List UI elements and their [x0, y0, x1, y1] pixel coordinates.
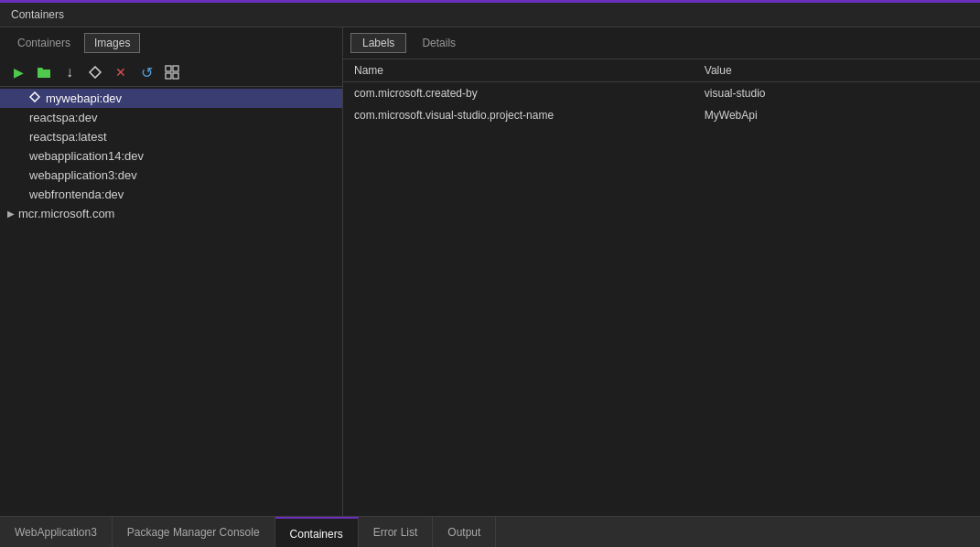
toolbar: ▶ ↓ ✕ ↺	[0, 59, 342, 87]
row-name-project-name: com.microsoft.visual-studio.project-name	[343, 104, 694, 126]
tree-item-label-webapplication3: webapplication3:dev	[29, 168, 137, 182]
tree-item-label-mywebapi: mywebapi:dev	[46, 91, 122, 105]
tree-item-webapplication3-dev[interactable]: webapplication3:dev	[0, 166, 342, 185]
panel-body: Containers Images ▶ ↓ ✕ ↺	[0, 27, 980, 516]
row-name-created-by: com.microsoft.created-by	[343, 82, 694, 105]
chevron-icon-mcr: ▶	[7, 209, 15, 219]
right-tabs-row: Labels Details	[343, 27, 980, 59]
col-header-name: Name	[343, 59, 694, 82]
svg-marker-5	[30, 92, 39, 102]
row-value-created-by: visual-studio	[694, 82, 980, 105]
tree-item-webfrontenda-dev[interactable]: webfrontenda:dev	[0, 185, 342, 204]
tree-item-mywebapi-dev[interactable]: mywebapi:dev	[0, 89, 342, 108]
tree-item-webapplication14-dev[interactable]: webapplication14:dev	[0, 146, 342, 166]
tree-item-mcr-microsoft-com[interactable]: ▶ mcr.microsoft.com	[0, 204, 342, 223]
tree-list: mywebapi:dev reactspa:dev reactspa:lates…	[0, 87, 342, 516]
svg-rect-4	[173, 73, 178, 79]
tree-item-label-reactspa-latest: reactspa:latest	[29, 130, 107, 144]
diamond-icon-mywebapi	[29, 91, 40, 105]
svg-marker-0	[90, 67, 101, 78]
open-folder-button[interactable]	[33, 62, 55, 82]
tag-button[interactable]	[84, 62, 106, 82]
table-body: com.microsoft.created-by visual-studio c…	[343, 82, 980, 127]
bottom-tab-containers[interactable]: Containers	[275, 517, 359, 547]
tree-item-label-reactspa-dev: reactspa:dev	[29, 111, 97, 124]
bottom-tab-package-manager-console[interactable]: Package Manager Console	[113, 517, 275, 547]
run-button[interactable]: ▶	[7, 62, 29, 82]
col-header-value: Value	[694, 59, 980, 82]
delete-button[interactable]: ✕	[110, 62, 132, 82]
tab-images[interactable]: Images	[84, 33, 140, 53]
bottom-tab-output[interactable]: Output	[433, 517, 496, 547]
panel-header: Containers	[0, 3, 980, 27]
tab-containers[interactable]: Containers	[7, 33, 81, 53]
labels-table: Name Value com.microsoft.created-by visu…	[343, 59, 980, 126]
left-panel: Containers Images ▶ ↓ ✕ ↺	[0, 27, 343, 516]
pull-button[interactable]: ↓	[59, 62, 81, 82]
bottom-tab-error-list[interactable]: Error List	[359, 517, 434, 547]
tree-item-label-mcr: mcr.microsoft.com	[18, 207, 114, 220]
table-row[interactable]: com.microsoft.visual-studio.project-name…	[343, 104, 980, 126]
bottom-tab-bar: WebApplication3 Package Manager Console …	[0, 516, 980, 547]
right-tab-details[interactable]: Details	[410, 33, 468, 53]
right-panel: Labels Details Name Value com.microsoft.…	[343, 27, 980, 516]
refresh-button[interactable]: ↺	[135, 62, 157, 82]
bottom-tab-webapplication3[interactable]: WebApplication3	[0, 517, 113, 547]
right-tab-labels[interactable]: Labels	[350, 33, 406, 53]
left-tabs-row: Containers Images	[0, 27, 342, 59]
tree-item-reactspa-dev[interactable]: reactspa:dev	[0, 108, 342, 127]
prune-button[interactable]	[161, 62, 183, 82]
svg-rect-2	[173, 66, 178, 71]
table-header: Name Value	[343, 59, 980, 82]
tree-item-label-webapplication14: webapplication14:dev	[29, 149, 144, 163]
tree-item-reactspa-latest[interactable]: reactspa:latest	[0, 127, 342, 146]
panel-title: Containers	[11, 8, 64, 21]
svg-rect-3	[166, 73, 171, 79]
tree-item-label-webfrontenda: webfrontenda:dev	[29, 188, 124, 201]
table-row[interactable]: com.microsoft.created-by visual-studio	[343, 82, 980, 105]
svg-rect-1	[166, 66, 171, 71]
row-value-project-name: MyWebApi	[694, 104, 980, 126]
table-wrapper: Name Value com.microsoft.created-by visu…	[343, 59, 980, 516]
